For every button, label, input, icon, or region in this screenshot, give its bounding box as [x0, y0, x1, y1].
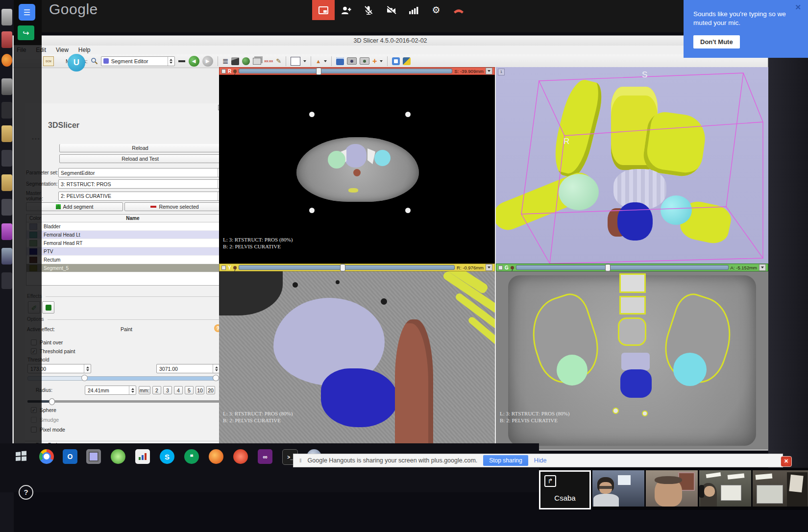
pin-icon[interactable] — [233, 266, 237, 269]
threshold-range-slider[interactable] — [27, 376, 220, 381]
threshold-max-handle[interactable] — [213, 375, 219, 381]
camera-off-button[interactable] — [380, 0, 402, 20]
browser-ball-icon[interactable] — [233, 449, 248, 464]
green-slice-slider[interactable] — [516, 265, 729, 270]
radius-preset-5[interactable]: 5 — [185, 386, 194, 394]
settings-button[interactable]: ⚙ — [425, 0, 447, 20]
dock-app-icon[interactable] — [1, 223, 12, 240]
red-view-menu-icon[interactable] — [221, 69, 226, 73]
segment-row-femoral-rt[interactable]: Femoral Head RT — [26, 239, 224, 247]
threshold-min-handle[interactable] — [81, 375, 88, 381]
draw-effect-button[interactable] — [42, 301, 54, 314]
green-view-menu-icon[interactable] — [498, 266, 503, 270]
chat-icon[interactable]: ☰ — [19, 4, 35, 21]
screen-capture-icon[interactable] — [347, 57, 357, 65]
visual-studio-icon[interactable]: ∞ — [258, 449, 272, 464]
yellow-slice-handle[interactable] — [340, 264, 345, 271]
hide-link[interactable]: Hide — [534, 457, 547, 464]
pin-icon[interactable] — [511, 266, 514, 269]
hangouts-icon[interactable]: ❝ — [184, 449, 199, 464]
screenshare-button[interactable] — [312, 0, 335, 20]
view-controller-pin[interactable]: 1 — [498, 69, 505, 75]
parameter-set-select[interactable]: SegmentEditor — [58, 168, 225, 177]
dont-mute-button[interactable]: Don't Mute — [693, 35, 740, 48]
green-slice-handle[interactable] — [605, 264, 611, 271]
radius-preset-3[interactable]: 3 — [163, 386, 172, 394]
stop-sharing-button[interactable]: Stop sharing — [483, 455, 528, 466]
remove-selected-button[interactable]: Remove selected — [124, 202, 225, 211]
extension-window-icon[interactable] — [392, 57, 400, 65]
chart-app-icon[interactable] — [135, 449, 150, 464]
radius-preset-2[interactable]: 2 — [152, 386, 161, 394]
python-icon[interactable] — [403, 57, 411, 65]
radius-preset-20[interactable]: 20 — [206, 386, 215, 394]
yellow-slice-slider[interactable] — [239, 265, 455, 270]
dock-app-icon[interactable] — [1, 199, 12, 216]
red-slice-slider[interactable] — [239, 69, 452, 73]
dock-app-icon[interactable] — [1, 150, 12, 167]
participant-video-tile[interactable] — [753, 470, 808, 507]
module-search-icon[interactable] — [91, 57, 98, 65]
red-view-dropdown[interactable] — [486, 68, 492, 74]
history-back-icon[interactable]: ◀ — [189, 56, 199, 67]
reload-and-test-button[interactable]: Reload and Test — [59, 154, 221, 163]
dock-app-icon[interactable] — [1, 174, 12, 191]
notification-close-icon[interactable]: ✕ — [795, 3, 801, 12]
fiducial-arrow-icon[interactable]: ▲ — [316, 58, 321, 64]
save-icon[interactable] — [336, 57, 344, 65]
menu-view[interactable]: View — [56, 47, 69, 53]
screenshare-shortcut-icon[interactable]: ↪ — [18, 25, 34, 40]
coronal-slice-view[interactable]: L: 3: RTSTRUCT: PROS (80%) B: 2: PELVIS … — [496, 271, 768, 450]
yellow-view-menu-icon[interactable] — [221, 266, 226, 270]
layout-grid-icon[interactable] — [291, 57, 300, 66]
fiducial-dropdown-caret[interactable] — [324, 60, 327, 62]
firefox-icon[interactable] — [1, 54, 12, 67]
annotate-pen-icon[interactable]: ✎ — [276, 57, 281, 65]
segment-row-bladder[interactable]: Bladder — [26, 222, 224, 231]
skype-icon[interactable]: S — [160, 449, 174, 464]
segmentation-select[interactable]: 3: RTSTRUCT: PROS — [58, 179, 225, 189]
radius-slider[interactable] — [27, 400, 223, 403]
dock-app-icon[interactable] — [1, 9, 12, 25]
dock-app-icon[interactable] — [1, 78, 12, 95]
module-selector[interactable]: Segment Editor — [101, 56, 175, 66]
column-name[interactable]: Name — [41, 216, 224, 221]
active-participant-tile[interactable]: ↱ Csaba — [539, 470, 591, 509]
segment-row-segment5[interactable]: Segment_5 — [26, 264, 224, 272]
clock-icon[interactable]: XX:XX — [264, 60, 273, 63]
end-call-button[interactable] — [447, 0, 470, 20]
participant-video-tile[interactable] — [699, 470, 751, 507]
pause-icon[interactable]: ‖ — [299, 458, 302, 463]
chrome-icon[interactable] — [39, 449, 54, 464]
participant-video-tile[interactable] — [592, 470, 644, 507]
dock-app-icon[interactable] — [1, 31, 12, 48]
participant-video-tile[interactable] — [646, 470, 698, 507]
crosshair-dropdown-caret[interactable] — [380, 60, 383, 62]
reload-button[interactable]: Reload — [59, 144, 221, 152]
master-volume-select[interactable]: 2: PELVIS CURATIVE — [58, 192, 225, 201]
axial-slice-view[interactable]: L: 3: RTSTRUCT: PROS (80%) B: 2: PELVIS … — [219, 75, 495, 264]
layers-icon[interactable] — [253, 58, 261, 65]
layout-dropdown-caret[interactable] — [303, 60, 306, 62]
segment-row-femoral-lt[interactable]: Femoral Head Lt — [26, 231, 224, 239]
mic-muted-button[interactable] — [357, 0, 380, 20]
radius-slider-handle[interactable] — [49, 398, 55, 405]
dock-app-icon[interactable] — [1, 272, 12, 289]
module-hierarchy-icon[interactable]: ≣ — [222, 57, 229, 66]
participant-avatar[interactable]: U — [68, 54, 85, 72]
history-forward-icon[interactable]: ▶ — [202, 56, 213, 67]
segment-row-rectum[interactable]: Rectum — [26, 256, 224, 264]
segment-row-ptv[interactable]: PTV — [26, 247, 224, 256]
threshold-max-spinbox[interactable]: 3071.00 — [156, 364, 220, 373]
pin-icon[interactable] — [233, 70, 237, 73]
unit-button[interactable]: mm: — [139, 386, 150, 394]
maximize-view-icon[interactable] — [178, 60, 186, 62]
add-person-button[interactable] — [335, 0, 357, 20]
yellow-view-dropdown[interactable] — [486, 264, 492, 271]
firefox-taskbar-icon[interactable] — [209, 449, 223, 464]
scene-capture-icon[interactable] — [360, 57, 369, 65]
start-button[interactable] — [14, 449, 28, 464]
scene-globe-icon[interactable] — [242, 57, 250, 65]
bandwidth-button[interactable] — [402, 0, 425, 20]
dock-app-icon[interactable] — [1, 125, 12, 142]
